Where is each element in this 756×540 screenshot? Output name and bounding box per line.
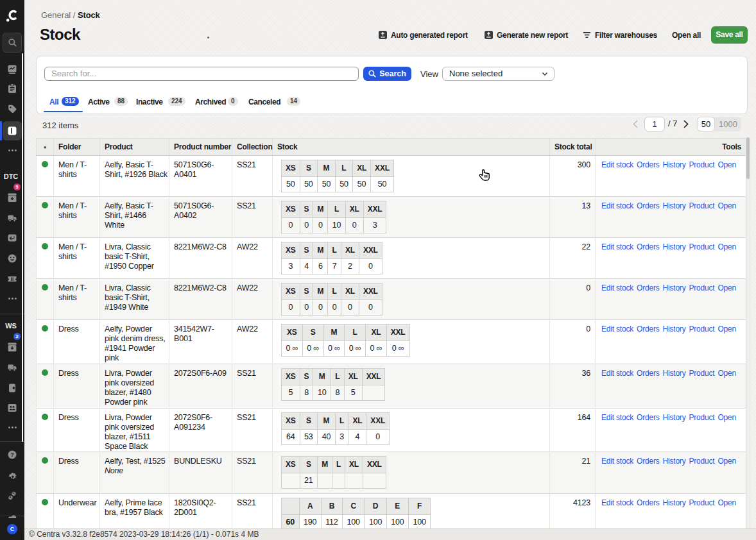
svg-text:?: ? xyxy=(10,451,14,458)
